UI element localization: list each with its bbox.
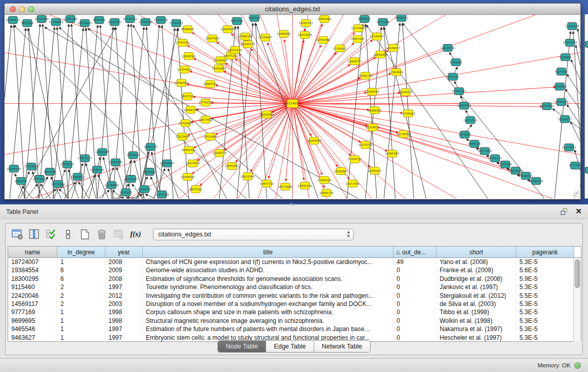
- table-selector-value: citations_edges.txt: [154, 231, 344, 238]
- graph-node-label: 17283945: [334, 170, 348, 173]
- graph-node-label: 12444139: [554, 100, 569, 103]
- graph-node-label: 10375914: [178, 68, 192, 71]
- column-header-title[interactable]: title: [143, 247, 394, 257]
- table-row[interactable]: 2242004622012Investigating the contribut…: [8, 292, 581, 300]
- vertical-scrollbar[interactable]: [573, 258, 581, 342]
- delete-table-icon[interactable]: [95, 228, 108, 241]
- graph-node-label: 15938231: [540, 104, 554, 107]
- table-cell: Changes of HCN gene expression and I(f) …: [143, 258, 394, 266]
- column-header-label: in_degree: [68, 249, 95, 256]
- new-table-icon[interactable]: [78, 228, 92, 241]
- tab-edge-table[interactable]: Edge Table: [266, 341, 314, 352]
- table-cell: 0: [394, 266, 437, 274]
- table-settings-icon[interactable]: [11, 228, 24, 241]
- table-panel-title: Table Panel: [6, 208, 38, 215]
- graph-node-label: 16034178: [241, 42, 255, 46]
- graph-node-label: 16572008: [278, 185, 293, 188]
- table-cell: 19384554: [8, 266, 57, 274]
- column-header-out-de-[interactable]: △out_de...: [394, 247, 437, 257]
- graph-node-label: 9227343: [555, 70, 568, 73]
- table-cell: 1: [57, 325, 105, 333]
- background-window-sliver: [584, 14, 588, 199]
- graph-node-label: 12942533: [90, 168, 104, 171]
- close-panel-button[interactable]: ✕: [575, 207, 582, 216]
- table-cell: 2008: [105, 275, 143, 283]
- table-cell: 1998: [105, 308, 143, 316]
- graph-node-label: 12754512: [365, 126, 380, 129]
- graph-node-label: 14458960: [212, 67, 226, 70]
- table-row[interactable]: 946554611997Estimation of the future num…: [8, 325, 581, 333]
- table-cell: 0: [394, 275, 437, 283]
- table-cell: 0: [394, 325, 437, 333]
- table-cell: Dudbridge et al. (2008): [437, 275, 516, 283]
- node-table: namein_degreeyeartitle△out_de...shortpag…: [8, 246, 581, 342]
- scrollbar-thumb[interactable]: [575, 259, 580, 288]
- graph-node-label: 10997531: [203, 82, 217, 85]
- graph-node-label: 10687215: [299, 21, 313, 25]
- column-header-in-degree[interactable]: in_degree: [57, 247, 105, 257]
- table-row[interactable]: 1456911722003Disruption of a novel membe…: [8, 300, 581, 308]
- graph-node-label: 11529847: [258, 36, 272, 39]
- graph-node-label: 9975316: [190, 188, 203, 191]
- function-builder-icon[interactable]: f(x): [129, 228, 142, 241]
- table-cell: Structural magnetic resonance image aver…: [143, 317, 394, 325]
- graph-node-label: 15498220: [529, 180, 543, 183]
- select-rows-icon[interactable]: [45, 228, 58, 241]
- window-title: citations_edges.txt: [5, 5, 580, 13]
- table-row[interactable]: 911546021997Tourette syndrome. Phenomeno…: [8, 283, 581, 291]
- graph-node-label: 13582647: [175, 81, 189, 84]
- column-header-name[interactable]: name: [8, 247, 57, 257]
- table-selector-dropdown[interactable]: citations_edges.txt ▲▼: [153, 229, 354, 240]
- table-cell: 2012: [105, 292, 143, 300]
- resize-grip-icon[interactable]: [573, 191, 580, 198]
- graph-node-label: 11246889: [104, 184, 119, 187]
- table-row[interactable]: 977716911998Corpus callosum shape and si…: [8, 308, 581, 316]
- float-panel-button[interactable]: [561, 208, 568, 215]
- graph-node-label: 15338462: [123, 17, 137, 20]
- table-cell: de Silva et al. (2003): [437, 300, 516, 308]
- table-cell: 1997: [105, 325, 143, 333]
- graph-node-label: 11682504: [365, 90, 379, 93]
- table-cell: Franke et al. (2009): [437, 266, 516, 274]
- table-row[interactable]: 1938455462009Genome-wide association stu…: [8, 266, 581, 274]
- table-cell: 6: [57, 266, 105, 274]
- splitter-handle-icon[interactable]: [290, 203, 295, 206]
- graph-node-label: 13679420: [509, 169, 523, 172]
- graph-node-label: 12661337: [124, 178, 138, 181]
- graph-node-label: 12675203: [224, 54, 238, 57]
- table-cell: 5.3E-5: [516, 258, 574, 266]
- graph-node-label: 9463627: [248, 16, 260, 19]
- network-canvas[interactable]: 1608842112754512142752121533872117283945…: [5, 15, 580, 199]
- column-header-pagerank[interactable]: pagerank: [516, 247, 574, 257]
- table-row[interactable]: 969969511998Structural magnetic resonanc…: [8, 317, 581, 325]
- graph-node-label: 12237281: [498, 163, 513, 166]
- table-row[interactable]: 1872400712008Changes of HCN gene express…: [8, 258, 581, 266]
- column-header-short[interactable]: short: [437, 247, 516, 257]
- import-table-icon[interactable]: [112, 228, 125, 241]
- tab-node-table[interactable]: Node Table: [218, 341, 266, 352]
- graph-node-label: 10816492: [182, 148, 196, 151]
- table-row[interactable]: 1830029562008Estimation of significance …: [8, 275, 581, 283]
- table-cell: 9777169: [8, 308, 57, 316]
- network-window-titlebar[interactable]: citations_edges.txt: [5, 4, 580, 15]
- graph-node-label: 12209734: [212, 151, 227, 155]
- graph-node-label: 9046316: [468, 142, 481, 145]
- column-header-year[interactable]: year: [105, 247, 143, 257]
- graph-node-label: 9097588: [43, 170, 56, 173]
- graph-node-label: 12871512: [463, 119, 477, 122]
- graph-node-label: 12981164: [298, 184, 312, 187]
- row-height-icon[interactable]: [61, 228, 75, 241]
- table-cell: 5.3E-5: [516, 283, 574, 291]
- graph-node-label: 11546093: [369, 35, 384, 38]
- graph-node-label: 8679919: [459, 133, 471, 136]
- tab-network-table[interactable]: Network Table: [314, 341, 370, 352]
- graph-node-label: 11544321: [169, 21, 184, 25]
- graph-node-label: 17740215: [199, 101, 213, 104]
- graph-node-label: 10471508: [477, 149, 492, 152]
- graph-node-label: 14976203: [142, 170, 157, 173]
- graph-node-label: 16583127: [558, 118, 572, 121]
- graph-node-label: 10741426: [78, 21, 92, 25]
- graph-node-label: 11381111: [488, 157, 502, 160]
- table-columns-icon[interactable]: [28, 228, 41, 241]
- graph-node-label: 15276062: [51, 183, 66, 186]
